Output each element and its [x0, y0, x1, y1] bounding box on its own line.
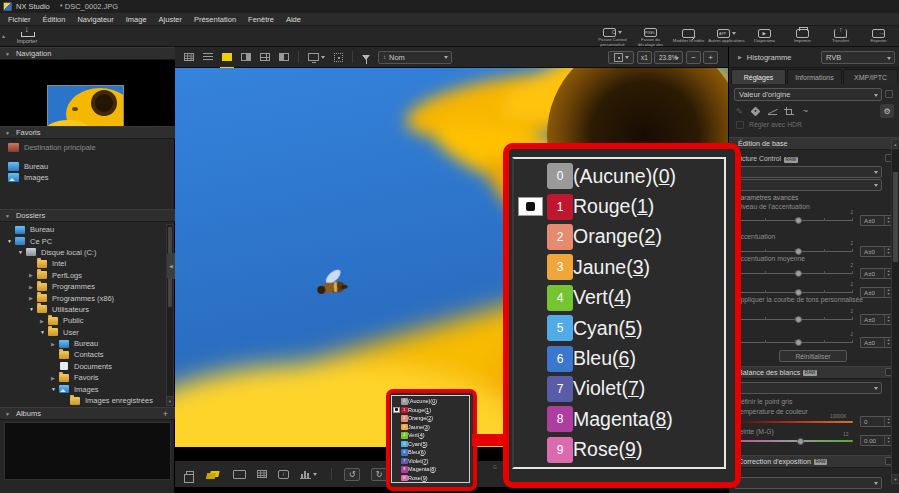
undo-button[interactable]: ↺: [344, 468, 360, 481]
straighten-icon[interactable]: [768, 108, 777, 115]
tree-item-public[interactable]: ▶Public: [0, 315, 175, 326]
chevron-right-icon[interactable]: ▶: [51, 375, 59, 381]
chevron-right-icon[interactable]: ▶: [29, 272, 37, 278]
menu-image[interactable]: Image: [120, 13, 153, 26]
tab-rglages[interactable]: Réglages: [731, 69, 786, 84]
labels-icon[interactable]: [210, 466, 219, 482]
image-view-icon[interactable]: [222, 50, 232, 65]
tool-print[interactable]: Imprimer: [784, 26, 821, 47]
tree-item-programmes--x86-[interactable]: ▶Programmes (x86): [0, 292, 175, 303]
color-temp-value[interactable]: 0▲▼: [860, 416, 893, 427]
picture-control-dropdown-1[interactable]: [734, 166, 882, 178]
stack-icon[interactable]: [186, 466, 194, 482]
label-menu-item-magenta[interactable]: 8Magenta(8): [392, 465, 469, 474]
section-base-edit[interactable]: Édition de base: [729, 137, 899, 150]
exposure-dropdown[interactable]: [734, 477, 882, 489]
advanced-params-label[interactable]: Paramètres avancés: [736, 194, 798, 201]
menu-prsentation[interactable]: Présentation: [188, 13, 242, 26]
compare-view-icon[interactable]: [279, 50, 289, 65]
tree-item-bureau[interactable]: Bureau: [0, 224, 175, 235]
slider-track[interactable]: [736, 319, 853, 320]
slider-handle[interactable]: [795, 217, 802, 224]
channel-dropdown[interactable]: RVB: [821, 51, 895, 64]
tree-item-intel[interactable]: Intel: [0, 258, 175, 269]
tree-item-user[interactable]: ▼User: [0, 327, 175, 338]
chevron-right-icon[interactable]: ▶: [51, 341, 59, 347]
histogram-header[interactable]: ▶ Histogramme RVB: [729, 47, 899, 68]
grid-overlay-icon[interactable]: [257, 466, 267, 482]
slider-value[interactable]: A±0▲▼: [860, 268, 893, 279]
tree-item-documents[interactable]: Documents: [0, 361, 175, 372]
tree-item-utilisateurs[interactable]: ▼Utilisateurs: [0, 304, 175, 315]
chevron-right-icon[interactable]: ▶: [29, 284, 37, 290]
label-menu-item-cyan[interactable]: 5Cyan(5): [392, 440, 469, 449]
label-menu-item-violet[interactable]: 7Violet(7): [392, 457, 469, 466]
tree-item-ce-pc[interactable]: ▼Ce PC: [0, 235, 175, 246]
zoom-in-button[interactable]: +: [703, 51, 718, 64]
chevron-down-icon[interactable]: ▼: [18, 249, 26, 255]
slider-track[interactable]: [736, 251, 853, 252]
menu-dition[interactable]: Édition: [37, 13, 72, 26]
slider-track[interactable]: [736, 273, 853, 274]
control-point-icon[interactable]: ~: [803, 106, 808, 116]
slider-value[interactable]: A±0▲▼: [860, 337, 893, 348]
tool-other-apps[interactable]: Autres applications: [708, 26, 745, 47]
menu-aide[interactable]: Aide: [280, 13, 307, 26]
gray-point-label[interactable]: Définir le point gris: [736, 398, 792, 405]
label-menu-item-violet[interactable]: 7Violet(7): [514, 374, 724, 404]
menu-navigateur[interactable]: Navigateur: [71, 13, 119, 26]
tree-scrollbar[interactable]: [166, 224, 174, 406]
label-menu-item-bleu[interactable]: 6Bleu(6): [392, 448, 469, 457]
fullscreen-icon[interactable]: [334, 50, 343, 65]
tree-item-contacts[interactable]: Contacts: [0, 349, 175, 360]
chevron-right-icon[interactable]: ▶: [29, 295, 37, 301]
crop-icon[interactable]: [786, 107, 794, 115]
label-menu-item-rose[interactable]: 9Rose(9): [514, 435, 724, 465]
redo-button[interactable]: ↻: [371, 468, 387, 481]
folders-panel-header[interactable]: ▼ Dossiers: [0, 209, 175, 222]
label-menu-item-rouge[interactable]: 1Rouge(1): [514, 191, 724, 221]
tree-item-bureau[interactable]: ▶Bureau: [0, 338, 175, 349]
label-menu-item-vert[interactable]: 4Vert(4): [392, 431, 469, 440]
slider-value[interactable]: A±0▲▼: [860, 287, 893, 298]
tree-item-perflogs[interactable]: ▶PerfLogs: [0, 270, 175, 281]
zoom-out-button[interactable]: −: [686, 51, 701, 64]
slider-value[interactable]: A±0▲▼: [860, 246, 893, 257]
tree-item-images[interactable]: ▼Images: [0, 383, 175, 394]
scroll-down-icon[interactable]: ▾: [166, 396, 174, 406]
metadata-icon[interactable]: ···: [233, 466, 246, 482]
menu-fichier[interactable]: Fichier: [2, 13, 37, 26]
favorites-panel-header[interactable]: ▼ Favoris: [0, 126, 175, 139]
label-menu-item-magenta[interactable]: 8Magenta(8): [514, 404, 724, 434]
hdr-checkbox[interactable]: [736, 121, 744, 129]
gear-icon[interactable]: ⚙: [880, 104, 894, 118]
info-icon[interactable]: i: [278, 466, 289, 482]
albums-panel-header[interactable]: ▼ Albums +: [0, 407, 175, 420]
slider-value[interactable]: A±0▲▼: [860, 314, 893, 325]
label-menu-item-aucune[interactable]: 0(Aucune)(0): [514, 161, 724, 191]
section-exposure[interactable]: Correction d'expositionRAW: [729, 455, 899, 468]
tab-informations[interactable]: Informations: [787, 69, 842, 84]
tint-value[interactable]: 0.00▲▼: [860, 435, 893, 446]
menu-ajuster[interactable]: Ajuster: [153, 13, 188, 26]
sidebar-collapse-handle[interactable]: ◀: [167, 253, 175, 279]
filter-icon[interactable]: [362, 50, 370, 65]
tool-upload[interactable]: Transfert: [822, 26, 859, 47]
tool-pixel-shift[interactable]: Fusion du décalage des pixels: [632, 26, 669, 47]
slider-handle[interactable]: [795, 339, 802, 346]
fit-screen-dropdown[interactable]: [608, 51, 634, 64]
second-monitor-icon[interactable]: [308, 50, 325, 65]
slider-track[interactable]: [736, 342, 853, 343]
scroll-up-icon[interactable]: ▴: [891, 139, 899, 149]
collapse-toolbar-icon[interactable]: ▴: [2, 32, 5, 39]
white-balance-dropdown[interactable]: [734, 382, 882, 394]
tree-item-favoris[interactable]: ▶Favoris: [0, 372, 175, 383]
slider-track[interactable]: [736, 220, 853, 221]
tree-item-images-enregistr-es[interactable]: Images enregistrées: [0, 395, 175, 406]
chevron-down-icon[interactable]: ▼: [40, 329, 48, 335]
zoom-1to1-button[interactable]: x1: [637, 51, 652, 64]
list-view-icon[interactable]: [203, 50, 213, 65]
sort-dropdown[interactable]: ↕ Nom: [378, 51, 452, 64]
add-album-button[interactable]: +: [163, 409, 168, 419]
tool-picture-control[interactable]: Picture Control personnalisé: [594, 26, 631, 47]
